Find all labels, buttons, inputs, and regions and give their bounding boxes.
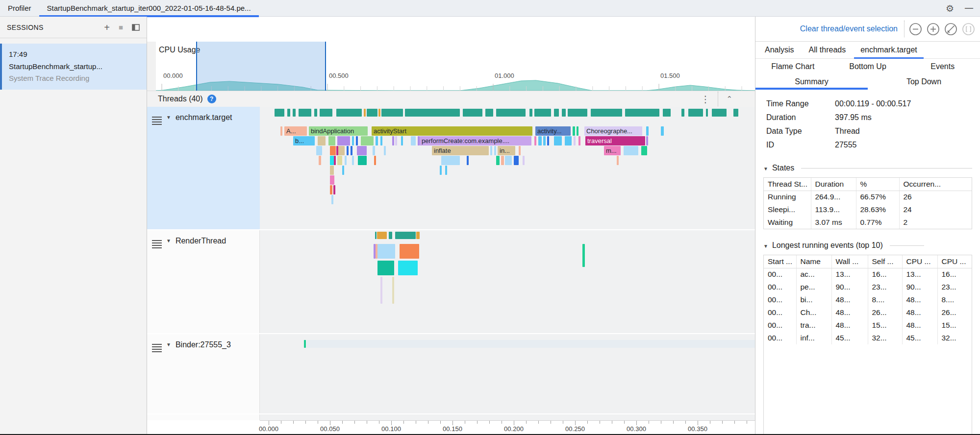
clear-selection-link[interactable]: Clear thread/event selection xyxy=(800,24,898,33)
trace-event[interactable] xyxy=(356,136,358,145)
table-row[interactable]: 00...tra...48...15...48...15... xyxy=(764,319,972,332)
trace-event[interactable] xyxy=(538,136,542,145)
table-row[interactable]: Sleepi...113.9...28.63%24 xyxy=(764,203,972,216)
trace-event[interactable] xyxy=(661,126,664,136)
trace-event[interactable] xyxy=(445,166,447,175)
trace-event[interactable]: activity... xyxy=(535,126,571,136)
thread-track-area[interactable] xyxy=(260,334,755,413)
trace-event[interactable] xyxy=(646,136,648,145)
zoom-out-icon[interactable] xyxy=(909,23,922,36)
zoom-in-icon[interactable] xyxy=(927,23,940,36)
minimize-icon[interactable]: — xyxy=(965,3,973,13)
trace-event[interactable] xyxy=(565,136,572,145)
trace-event[interactable] xyxy=(376,136,378,145)
tab-flame-chart[interactable]: Flame Chart xyxy=(755,59,830,74)
column-header[interactable]: % xyxy=(856,178,899,191)
collapse-section-icon[interactable]: ⌃ xyxy=(726,95,732,103)
tab-summary[interactable]: Summary xyxy=(755,74,868,90)
help-icon[interactable]: ? xyxy=(207,95,216,103)
trace-event[interactable] xyxy=(347,146,349,155)
trace-event[interactable] xyxy=(361,136,374,145)
column-header[interactable]: CPU ... xyxy=(937,255,972,268)
trace-event[interactable] xyxy=(547,136,549,145)
trace-event[interactable] xyxy=(358,156,367,165)
trace-event[interactable] xyxy=(337,136,350,145)
thread-label[interactable]: ▼ EmojiCompatInit... xyxy=(147,414,260,420)
table-row[interactable]: 00...inf...45...32...45...32... xyxy=(764,332,972,344)
gear-icon[interactable]: ⚙ xyxy=(946,3,954,14)
tab-bottom-up[interactable]: Bottom Up xyxy=(830,59,905,74)
trace-event[interactable]: inflate xyxy=(432,146,489,155)
trace-event[interactable] xyxy=(523,156,525,165)
table-row[interactable]: Waiting3.07 ms0.77%2 xyxy=(764,216,972,229)
trace-event[interactable] xyxy=(328,136,335,145)
trace-event[interactable] xyxy=(582,244,585,267)
trace-event[interactable] xyxy=(338,146,345,155)
trace-event[interactable] xyxy=(641,146,647,155)
drag-handle-icon[interactable] xyxy=(152,117,162,118)
trace-event[interactable]: b... xyxy=(293,136,315,145)
column-header[interactable]: Occurren... xyxy=(899,178,972,191)
trace-event[interactable]: traversal xyxy=(585,136,645,145)
trace-event[interactable] xyxy=(345,156,347,165)
trace-event[interactable]: Choreographe... xyxy=(584,126,642,136)
trace-event[interactable] xyxy=(496,156,500,165)
trace-event[interactable] xyxy=(519,146,521,155)
trace-event[interactable] xyxy=(490,146,492,155)
trace-event[interactable] xyxy=(304,340,306,348)
trace-event[interactable] xyxy=(330,156,334,165)
trace-event[interactable] xyxy=(330,166,334,175)
trace-event[interactable]: m... xyxy=(604,146,621,155)
trace-event[interactable] xyxy=(577,126,578,136)
trace-event[interactable] xyxy=(342,166,344,175)
trace-event[interactable] xyxy=(330,175,334,185)
trace-event[interactable] xyxy=(319,156,321,165)
trace-event[interactable] xyxy=(331,195,333,204)
trace-event[interactable] xyxy=(280,126,282,136)
trace-event[interactable] xyxy=(505,156,512,165)
trace-event[interactable] xyxy=(377,244,395,259)
trace-event[interactable] xyxy=(384,146,386,155)
trace-event[interactable] xyxy=(352,156,354,165)
thread-track-area[interactable] xyxy=(260,230,755,333)
column-header[interactable]: Self ... xyxy=(868,255,902,268)
trace-event[interactable] xyxy=(334,156,336,165)
trace-event[interactable] xyxy=(440,166,442,175)
trace-event[interactable] xyxy=(534,136,536,145)
expand-arrow-icon[interactable]: ▼ xyxy=(166,342,171,347)
trace-event[interactable]: bindApplication xyxy=(309,126,368,136)
trace-event[interactable] xyxy=(357,146,367,155)
trace-event[interactable] xyxy=(392,277,394,304)
expand-arrow-icon[interactable]: ▼ xyxy=(166,238,171,243)
trace-event[interactable] xyxy=(337,156,342,165)
thread-row-renderthread[interactable]: ▼ RenderThread xyxy=(147,230,755,333)
tab-all-threads[interactable]: All threads xyxy=(802,42,854,58)
table-row[interactable]: Running264.9...66.57%26 xyxy=(764,191,972,203)
table-row[interactable]: 00...Ch...48...26...48...26... xyxy=(764,306,972,319)
column-header[interactable]: Wall ... xyxy=(831,255,868,268)
trace-event[interactable] xyxy=(333,185,335,194)
cpu-usage-track[interactable]: 00.00000.50001.00001.500 CPU Usage xyxy=(156,42,755,91)
thread-track-area[interactable] xyxy=(260,414,755,420)
reset-zoom-icon[interactable] xyxy=(944,23,957,36)
more-options-icon[interactable]: ⋮ xyxy=(701,94,710,105)
tab-session-file[interactable]: StartupBenchmark_startup_iter000_2022-01… xyxy=(39,0,259,17)
thread-track-area[interactable]: A...bindApplicationactivityStartactivity… xyxy=(260,107,755,229)
table-row[interactable]: 00...ac...13...16...13...16... xyxy=(764,268,972,281)
trace-event[interactable] xyxy=(392,136,394,145)
trace-event[interactable] xyxy=(318,136,326,145)
trace-event[interactable] xyxy=(578,136,580,145)
tab-top-down[interactable]: Top Down xyxy=(868,74,980,90)
trace-event[interactable] xyxy=(624,146,638,155)
tab-events[interactable]: Events xyxy=(905,59,980,74)
trace-event[interactable] xyxy=(373,146,375,155)
tab-enchmark-target[interactable]: enchmark.target xyxy=(853,42,925,58)
trace-event[interactable] xyxy=(543,136,546,145)
thread-row-binder-27555-3[interactable]: ▼ Binder:27555_3 xyxy=(147,334,755,413)
drag-handle-icon[interactable] xyxy=(152,344,162,345)
column-header[interactable]: CPU ... xyxy=(902,255,937,268)
thread-label[interactable]: ▼ enchmark.target xyxy=(147,107,260,229)
trace-event[interactable] xyxy=(501,156,504,165)
trace-event[interactable] xyxy=(351,146,352,155)
collapse-panel-icon[interactable] xyxy=(132,23,140,32)
